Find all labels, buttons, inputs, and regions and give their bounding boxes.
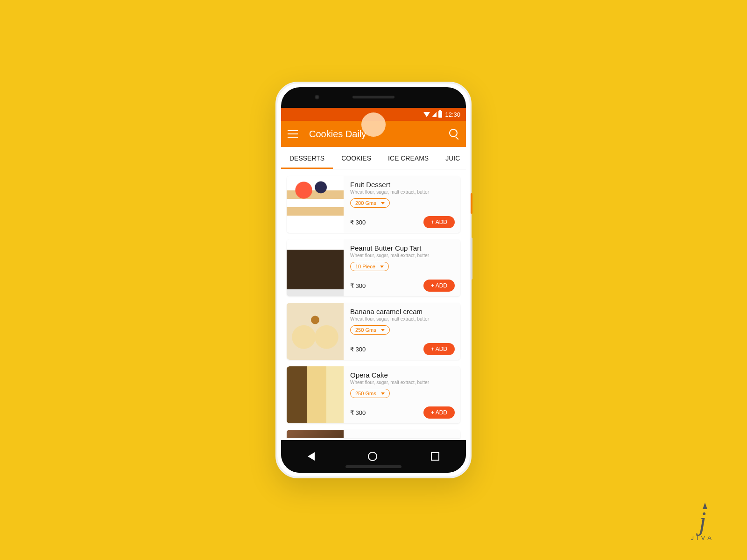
status-icons — [423, 111, 442, 118]
phone-speaker-bottom — [345, 465, 402, 468]
cellular-icon — [432, 112, 437, 117]
tab-juices[interactable]: JUIC — [437, 147, 466, 169]
product-name: Banana caramel cream — [350, 308, 455, 315]
phone-frame: 12:30 Cookies Daily DESSERTS COOKIES ICE… — [275, 82, 472, 478]
product-card[interactable]: Banana caramel cream Wheat flour, sugar,… — [287, 303, 460, 360]
product-name: Fruit Dessert — [350, 181, 455, 189]
status-time: 12:30 — [445, 111, 460, 118]
product-price: ₹ 300 — [350, 346, 366, 353]
size-value: 250 Gms — [355, 327, 376, 333]
add-button[interactable]: + ADD — [423, 343, 455, 355]
power-button — [471, 193, 472, 214]
product-image — [287, 176, 344, 233]
product-image — [287, 366, 344, 423]
volume-button — [471, 238, 472, 280]
product-image — [287, 303, 344, 360]
chevron-down-icon — [381, 392, 385, 395]
size-dropdown[interactable]: 250 Gms — [350, 389, 390, 398]
battery-icon — [438, 111, 442, 118]
nav-back-icon[interactable] — [308, 452, 315, 461]
size-value: 10 Piece — [355, 264, 375, 269]
product-price: ₹ 300 — [350, 282, 366, 289]
product-name: Opera Cake — [350, 371, 455, 379]
product-image — [287, 239, 344, 296]
product-name: Peanut Butter Cup Tart — [350, 244, 455, 252]
size-value: 250 Gms — [355, 391, 376, 396]
add-button[interactable]: + ADD — [423, 406, 455, 419]
product-desc: Wheat flour, sugar, malt extract, butter — [350, 316, 455, 322]
nav-home-icon[interactable] — [368, 452, 377, 461]
product-image — [287, 430, 344, 438]
screen: 12:30 Cookies Daily DESSERTS COOKIES ICE… — [281, 108, 466, 440]
add-button[interactable]: + ADD — [423, 216, 455, 228]
product-card[interactable]: Opera Cake Wheat flour, sugar, malt extr… — [287, 366, 460, 423]
chevron-down-icon — [381, 329, 385, 331]
product-card-peek[interactable] — [287, 430, 460, 438]
tab-ice-creams[interactable]: ICE CREAMS — [380, 147, 437, 169]
phone-speaker-top — [352, 96, 395, 98]
wifi-icon — [423, 112, 430, 117]
category-tabs: DESSERTS COOKIES ICE CREAMS JUIC — [281, 147, 466, 169]
product-list[interactable]: Fruit Dessert Wheat flour, sugar, malt e… — [281, 169, 466, 440]
size-value: 200 Gms — [355, 200, 376, 206]
size-dropdown[interactable]: 10 Piece — [350, 262, 389, 271]
add-button[interactable]: + ADD — [423, 280, 455, 292]
product-desc: Wheat flour, sugar, malt extract, butter — [350, 253, 455, 258]
product-price: ₹ 300 — [350, 219, 366, 226]
chevron-down-icon — [380, 266, 384, 268]
logo-glyph: j — [699, 508, 706, 534]
phone-bezel: 12:30 Cookies Daily DESSERTS COOKIES ICE… — [281, 87, 466, 473]
product-desc: Wheat flour, sugar, malt extract, butter — [350, 189, 455, 195]
phone-camera — [315, 95, 319, 99]
search-icon[interactable] — [449, 129, 459, 139]
size-dropdown[interactable]: 250 Gms — [350, 325, 390, 335]
product-card[interactable]: Peanut Butter Cup Tart Wheat flour, suga… — [287, 239, 460, 296]
chevron-down-icon — [381, 202, 385, 204]
touch-indicator — [361, 112, 386, 137]
product-card[interactable]: Fruit Dessert Wheat flour, sugar, malt e… — [287, 176, 460, 233]
product-price: ₹ 300 — [350, 409, 366, 416]
tab-desserts[interactable]: DESSERTS — [281, 147, 333, 169]
app-bar: Cookies Daily — [281, 121, 466, 147]
nav-recent-icon[interactable] — [431, 452, 439, 461]
size-dropdown[interactable]: 200 Gms — [350, 198, 390, 208]
app-title: Cookies Daily — [309, 129, 366, 140]
tab-cookies[interactable]: COOKIES — [333, 147, 380, 169]
product-desc: Wheat flour, sugar, malt extract, butter — [350, 380, 455, 385]
watermark-logo: j JIVA — [691, 508, 715, 541]
hamburger-icon[interactable] — [288, 130, 298, 138]
